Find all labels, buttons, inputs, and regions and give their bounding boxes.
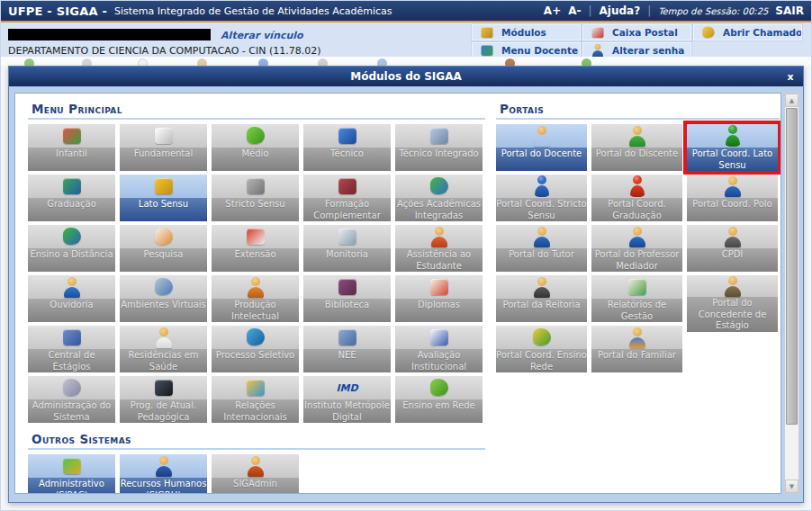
module-icon-area [212, 124, 299, 148]
monitor-icon [153, 377, 175, 399]
header-button-caixa-postal[interactable]: Caixa Postal [582, 24, 691, 40]
scroll-up-icon[interactable]: ▲ [785, 94, 798, 107]
module-button-portal-coord-ensino-rede[interactable]: Portal Coord. Ensino Rede [496, 326, 587, 372]
module-icon-area [28, 454, 115, 478]
module-button-portal-da-reitoria[interactable]: Portal da Reitoria [496, 275, 587, 322]
module-button-instituto-metropole-digital[interactable]: IMDInstituto Metrópole Digital [303, 376, 391, 423]
puzzle-icon [429, 175, 450, 197]
module-button-cpdi[interactable]: CPDI [687, 225, 778, 272]
purple-book-icon [337, 276, 358, 298]
module-label: Portal do Discente [591, 148, 682, 171]
module-button-administrativo-sipac[interactable]: Administrativo (SIPAC) [28, 454, 115, 494]
money-icon [61, 455, 83, 477]
module-button-ambientes-virtuais[interactable]: Ambientes Virtuais [120, 275, 207, 322]
module-button-formacao-complementar[interactable]: Formação Complementar [303, 175, 391, 221]
module-button-monitoria[interactable]: Monitoria [303, 225, 391, 272]
scroll-down-icon[interactable]: ▼ [785, 480, 798, 493]
module-button-infantil[interactable]: Infantil [28, 124, 115, 171]
module-button-administracao-do-sistema[interactable]: Administração do Sistema [28, 376, 115, 423]
module-label: Portal Coord. Polo [687, 198, 778, 221]
module-label: Monitoria [303, 248, 391, 272]
module-button-portal-coord-graduacao[interactable]: Portal Coord. Graduação [591, 175, 682, 221]
session-timer: Tempo de Sessão: 00:25 [658, 6, 768, 16]
module-label: SIGAdmin [212, 478, 299, 494]
module-icon-area [28, 275, 115, 299]
module-button-graduacao[interactable]: Graduação [28, 175, 115, 221]
module-button-portal-coord-stricto-sensu[interactable]: Portal Coord. Stricto Sensu [496, 175, 587, 221]
dialog-titlebar[interactable]: Módulos do SIGAA x [9, 67, 803, 86]
help-link[interactable]: Ajuda? [600, 4, 641, 17]
module-icon-area [28, 376, 115, 399]
module-icon-area [212, 376, 299, 399]
brazil-map-icon [429, 377, 450, 399]
module-button-acoes-academicas-integradas[interactable]: Ações Acadêmicas Integradas [395, 175, 483, 221]
header-button-label: Abrir Chamado [723, 27, 802, 38]
module-button-stricto-sensu[interactable]: Stricto Sensu [212, 175, 299, 221]
module-label: Portal Coord. Graduação [591, 198, 682, 221]
module-button-central-de-estagios[interactable]: Central de Estágios [28, 326, 115, 372]
module-button-diplomas[interactable]: Diplomas [395, 275, 483, 322]
header-button-abrir-chamado[interactable]: Abrir Chamado [693, 24, 802, 40]
module-button-relacoes-internacionais[interactable]: Relações Internacionais [212, 376, 299, 423]
person-check-icon [245, 276, 266, 298]
module-button-portal-coord-polo[interactable]: Portal Coord. Polo [687, 175, 778, 221]
module-button-avaliacao-institucional[interactable]: Avaliação Institucional [395, 326, 483, 372]
module-button-ensino-em-rede[interactable]: Ensino em Rede [395, 376, 483, 423]
module-label: Lato Sensu [120, 198, 207, 221]
app-title: Sistema Integrado de Gestão de Atividade… [114, 5, 392, 17]
module-button-tecnico[interactable]: Técnico [303, 124, 391, 171]
module-button-portal-do-discente[interactable]: Portal do Discente [591, 124, 682, 171]
scrollbar-thumb[interactable] [786, 108, 798, 425]
modal-scrollbar[interactable]: ▲ ▼ [784, 93, 799, 494]
partial-icon [197, 58, 207, 66]
module-button-portal-do-tutor[interactable]: Portal do Tutor [496, 225, 587, 272]
module-button-nee[interactable]: NEE [303, 326, 391, 372]
module-label: Diplomas [395, 299, 483, 322]
mailbox-icon [591, 25, 605, 40]
module-button-portal-do-professor-mediador[interactable]: Portal do Professor Mediador [591, 225, 682, 272]
module-button-tecnico-integrado[interactable]: Técnico Integrado [395, 124, 483, 171]
module-button-sigadmin[interactable]: SIGAdmin [212, 454, 299, 494]
header-button-modulos[interactable]: Módulos [472, 24, 581, 40]
font-increase-button[interactable]: A+ [544, 4, 561, 17]
module-button-medio[interactable]: Médio [212, 124, 299, 171]
module-icon-area [28, 124, 115, 148]
logout-button[interactable]: SAIR [775, 4, 804, 17]
top-navigation-bar: UFPE - SIGAA - Sistema Integrado de Gest… [1, 1, 811, 21]
admin-computer-person-icon [245, 455, 266, 477]
section-title-menu-principal: Menu Principal [28, 101, 485, 120]
module-icon-area [212, 275, 299, 299]
module-button-fundamental[interactable]: Fundamental [120, 124, 207, 171]
module-button-ensino-a-distancia[interactable]: Ensino a Distância [28, 225, 115, 272]
font-decrease-button[interactable]: A- [568, 4, 581, 17]
virtual-network-icon [153, 276, 175, 298]
module-button-prog-de-atual-pedagogica[interactable]: Prog. de Atual. Pedagógica [120, 376, 207, 423]
module-label: Administração do Sistema [28, 399, 115, 423]
close-icon[interactable]: x [783, 69, 798, 84]
module-button-extensao[interactable]: Extensão [212, 225, 299, 272]
module-button-lato-sensu[interactable]: Lato Sensu [120, 175, 207, 221]
module-icon-area [303, 175, 391, 198]
module-button-producao-intelectual[interactable]: Produção Intelectual [212, 275, 299, 322]
module-button-recursos-humanos-sigrh[interactable]: Recursos Humanos (SIGRH) [120, 454, 207, 494]
dark-suit-person-icon [531, 276, 553, 298]
blue-pawn-icon [531, 175, 553, 197]
redacted-username [8, 29, 211, 40]
module-button-portal-do-familiar[interactable]: Portal do Familiar [591, 326, 682, 372]
module-button-residencias-em-saude[interactable]: Residências em Saúde [120, 326, 207, 372]
module-button-portal-do-docente[interactable]: Portal do Docente [496, 124, 587, 171]
module-button-processo-seletivo[interactable]: Processo Seletivo [212, 326, 299, 372]
module-button-ouvidoria[interactable]: Ouvidoria [28, 275, 115, 322]
divider: | [588, 4, 591, 17]
change-bond-link[interactable]: Alterar vínculo [221, 30, 303, 41]
module-button-portal-coord-lato-sensu[interactable]: Portal Coord. Lato Sensu [687, 124, 778, 171]
background-page-strip [1, 57, 811, 66]
module-button-pesquisa[interactable]: Pesquisa [120, 225, 207, 272]
module-button-portal-do-concedente-de-estagio[interactable]: Portal do Concedente de Estágio [687, 275, 778, 322]
module-label: Extensão [212, 248, 299, 272]
module-button-assistencia-ao-estudante[interactable]: Assistência ao Estudante [395, 225, 483, 272]
module-button-relatorios-de-gestao[interactable]: Relatórios de Gestão [591, 275, 682, 322]
scrollbar-track[interactable] [785, 426, 798, 480]
module-label: Portal do Tutor [496, 248, 587, 272]
module-button-biblioteca[interactable]: Biblioteca [303, 275, 391, 322]
